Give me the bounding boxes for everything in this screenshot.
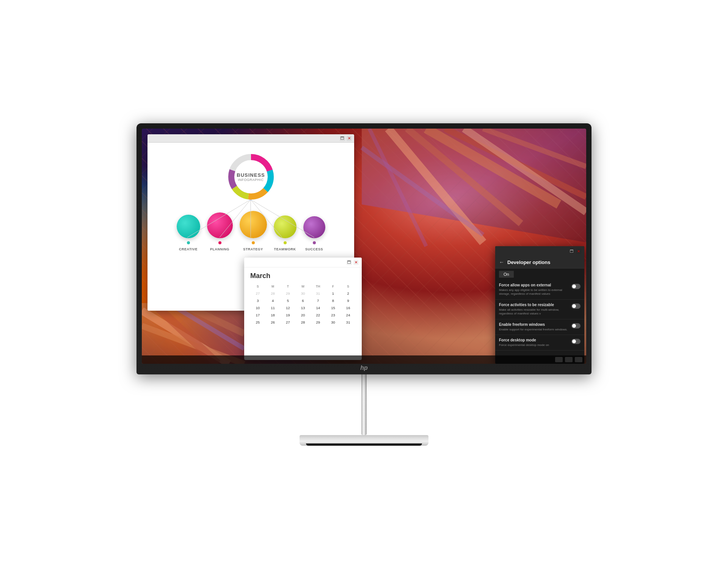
infographic-titlebar: 🗖 ✕ bbox=[147, 134, 354, 143]
devopt-item-text-4: Force desktop mode Force experimental de… bbox=[499, 338, 568, 347]
cal-hdr-th: TH bbox=[311, 284, 326, 289]
devopt-close-btn[interactable]: ✕ bbox=[576, 248, 581, 254]
devopt-item-2: Force activities to be resizable Make al… bbox=[495, 300, 584, 319]
cal-day[interactable]: 14 bbox=[311, 305, 326, 311]
devopt-panel: 🗖 ✕ ← Developer options On Force allow a… bbox=[495, 246, 584, 364]
cal-day[interactable]: 7 bbox=[311, 298, 326, 303]
bubbles-section: CREATIVE PLANNING STRATEGY bbox=[177, 211, 325, 251]
cal-day[interactable]: 29 bbox=[311, 319, 326, 325]
cal-day[interactable]: 16 bbox=[340, 305, 356, 311]
bubble-teamwork: TEAMWORK bbox=[274, 215, 297, 251]
cal-day[interactable]: 1 bbox=[326, 291, 341, 296]
devopt-toggle-4[interactable] bbox=[571, 339, 581, 344]
devopt-item-title-1: Force allow apps on external bbox=[499, 283, 568, 287]
bubble-strategy: STRATEGY bbox=[240, 211, 267, 251]
cal-day[interactable]: 28 bbox=[295, 319, 311, 325]
cal-day[interactable]: 15 bbox=[326, 305, 341, 311]
cal-day[interactable]: 30 bbox=[295, 291, 311, 296]
cal-day[interactable]: 28 bbox=[265, 291, 281, 296]
cal-day[interactable]: 4 bbox=[265, 298, 281, 303]
cal-day[interactable]: 30 bbox=[326, 319, 341, 325]
bubble-label-strategy: STRATEGY bbox=[243, 247, 263, 251]
cal-day[interactable]: 29 bbox=[280, 291, 295, 296]
calendar-close-btn[interactable]: ✕ bbox=[353, 260, 359, 265]
taskbar-btn-2[interactable] bbox=[565, 357, 573, 362]
bubble-planning: PLANNING bbox=[207, 212, 233, 251]
devopt-back-icon[interactable]: ← bbox=[499, 259, 504, 265]
cal-day[interactable]: 11 bbox=[265, 305, 281, 311]
cal-day[interactable]: 20 bbox=[295, 312, 311, 318]
devopt-item-text-2: Force activities to be resizable Make al… bbox=[499, 303, 568, 316]
calendar-month: March bbox=[250, 272, 356, 280]
devopt-item-desc-4: Force experimental desktop mode on bbox=[499, 343, 568, 347]
devopt-item-title-4: Force desktop mode bbox=[499, 338, 568, 342]
cal-week-3: 10 11 12 13 14 15 16 bbox=[250, 305, 356, 311]
bubble-success: SUCCESS bbox=[303, 216, 325, 251]
cal-hdr-m: M bbox=[265, 284, 281, 289]
cal-day[interactable]: 31 bbox=[311, 291, 326, 296]
cal-day[interactable]: 2 bbox=[340, 291, 356, 296]
close-button[interactable]: ✕ bbox=[347, 136, 352, 141]
cal-day[interactable]: 5 bbox=[280, 298, 295, 303]
bubble-creative: CREATIVE bbox=[177, 215, 200, 251]
cal-day[interactable]: 8 bbox=[326, 298, 341, 303]
monitor: 🗖 ✕ bbox=[136, 123, 592, 446]
cal-day[interactable]: 12 bbox=[280, 305, 295, 311]
cal-day[interactable]: 31 bbox=[340, 319, 356, 325]
bubble-circle-strategy bbox=[240, 211, 267, 238]
cal-day[interactable]: 22 bbox=[311, 312, 326, 318]
devopt-item-desc-3: Enable support for experimental freeform… bbox=[499, 328, 568, 332]
cal-day[interactable]: 26 bbox=[265, 319, 281, 325]
devopt-item-title-3: Enable freeform windows bbox=[499, 322, 568, 327]
devopt-header: ← Developer options bbox=[495, 256, 584, 269]
devopt-toggle-1[interactable] bbox=[571, 284, 581, 289]
monitor-screen: 🗖 ✕ bbox=[142, 129, 586, 364]
devopt-toggle-2[interactable] bbox=[571, 303, 581, 309]
monitor-bezel: 🗖 ✕ bbox=[136, 123, 592, 374]
calendar-grid: S M T W TH F S 27 28 29 bbox=[250, 284, 356, 325]
devopt-item-desc-2: Make all activities resizable for multi-… bbox=[499, 308, 568, 316]
cal-day[interactable]: 25 bbox=[250, 319, 265, 325]
monitor-stand-base bbox=[300, 435, 428, 446]
bubble-label-teamwork: TEAMWORK bbox=[274, 247, 296, 251]
taskbar-btn-1[interactable] bbox=[555, 357, 563, 362]
cal-day[interactable]: 9 bbox=[340, 298, 356, 303]
cal-day[interactable]: 27 bbox=[280, 319, 295, 325]
devopt-maximize-btn[interactable]: 🗖 bbox=[569, 248, 574, 254]
cal-week-2: 3 4 5 6 7 8 9 bbox=[250, 298, 356, 303]
bubble-label-planning: PLANNING bbox=[210, 247, 229, 251]
cal-day[interactable]: 3 bbox=[250, 298, 265, 303]
devopt-toggle-3[interactable] bbox=[571, 323, 581, 329]
cal-day[interactable]: 23 bbox=[326, 312, 341, 318]
donut-title1: BUSINESS bbox=[237, 172, 265, 178]
devopt-item-text-1: Force allow apps on external Makes any a… bbox=[499, 283, 568, 296]
bubble-circle-creative bbox=[177, 215, 200, 238]
devopt-status-badge: On bbox=[499, 271, 514, 278]
devopt-item-title-2: Force activities to be resizable bbox=[499, 303, 568, 307]
devopt-item-desc-1: Makes any app eligible to be written to … bbox=[499, 288, 568, 296]
cal-day[interactable]: 27 bbox=[250, 291, 265, 296]
bubble-dot-planning bbox=[218, 241, 221, 244]
cal-day[interactable]: 18 bbox=[265, 312, 281, 318]
cal-day[interactable]: 13 bbox=[295, 305, 311, 311]
cal-week-5: 25 26 27 28 29 30 31 bbox=[250, 319, 356, 325]
calendar-maximize-btn[interactable]: 🗖 bbox=[347, 260, 352, 265]
bubble-circle-planning bbox=[207, 212, 233, 238]
cal-day[interactable]: 19 bbox=[280, 312, 295, 318]
bubble-label-success: SUCCESS bbox=[305, 247, 323, 251]
cal-day[interactable]: 24 bbox=[340, 312, 356, 318]
calendar-titlebar: 🗖 ✕ bbox=[244, 258, 362, 267]
taskbar-btn-3[interactable] bbox=[575, 357, 582, 362]
cal-week-4: 17 18 19 20 22 23 24 bbox=[250, 312, 356, 318]
cal-day[interactable]: 17 bbox=[250, 312, 265, 318]
maximize-button[interactable]: 🗖 bbox=[340, 136, 345, 141]
cal-day[interactable]: 10 bbox=[250, 305, 265, 311]
hp-logo: hp bbox=[360, 365, 368, 371]
bubble-dot-teamwork bbox=[284, 241, 287, 244]
monitor-stand-neck bbox=[361, 374, 367, 435]
cal-day[interactable]: 6 bbox=[295, 298, 311, 303]
donut-title2: INFOGRAPHIC bbox=[237, 178, 265, 182]
bubble-circle-success bbox=[303, 216, 325, 238]
cal-week-1: 27 28 29 30 31 1 2 bbox=[250, 291, 356, 296]
bubble-dot-creative bbox=[187, 241, 190, 244]
